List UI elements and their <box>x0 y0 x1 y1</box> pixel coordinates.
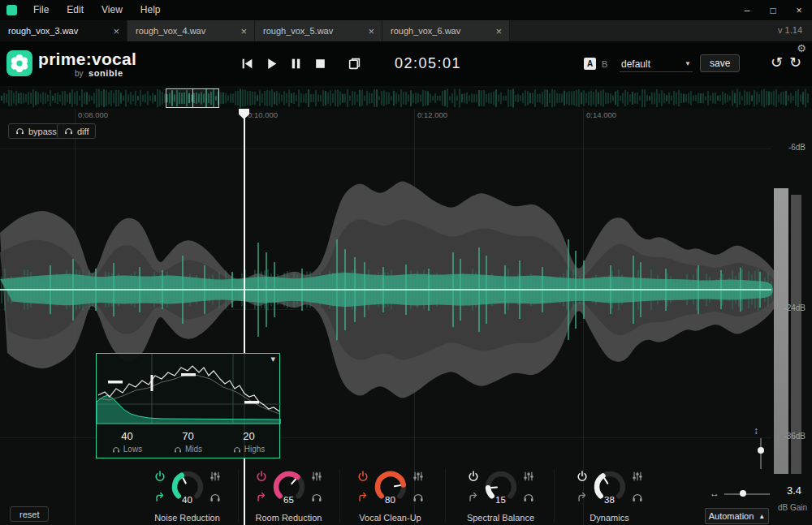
ruler-label: 0:08.000 <box>78 110 108 119</box>
stop-button[interactable] <box>313 57 327 71</box>
sidechain-arrow-icon[interactable] <box>468 492 479 503</box>
paste-settings-icon[interactable] <box>348 57 361 71</box>
sidechain-arrow-icon[interactable] <box>256 492 267 503</box>
module-room-reduction: 65 Room Reduction <box>238 467 339 525</box>
version-label: v 1.14 <box>778 25 802 35</box>
module-vocal-clean-up: 80 Vocal Clean-Up <box>339 467 441 525</box>
sidechain-arrow-icon[interactable] <box>357 492 369 503</box>
play-button[interactable] <box>265 57 279 71</box>
tab-close-icon[interactable]: × <box>106 25 127 37</box>
overview-dim-right <box>219 88 812 109</box>
eq-reference-curve <box>98 374 279 414</box>
power-icon[interactable] <box>577 471 588 482</box>
close-button[interactable]: × <box>786 0 812 20</box>
eq-band-value: 40 <box>121 430 132 442</box>
eq-panel-collapse-icon[interactable]: ▾ <box>270 354 275 364</box>
power-icon[interactable] <box>256 471 267 482</box>
vertical-zoom-handle[interactable] <box>758 447 764 454</box>
vertical-arrows-icon: ↕ <box>754 425 758 437</box>
maximize-button[interactable]: □ <box>760 0 786 20</box>
bypass-button[interactable]: bypass <box>8 123 64 139</box>
headphones-icon <box>64 127 73 136</box>
menu-view[interactable]: View <box>93 0 132 20</box>
minimize-button[interactable]: – <box>734 0 760 20</box>
knob[interactable]: 80 <box>372 468 409 506</box>
time-display: 02:05:01 <box>395 55 461 72</box>
headphones-icon[interactable] <box>174 445 182 454</box>
main-waveform-display[interactable] <box>0 109 812 525</box>
sonible-logo-icon <box>6 50 32 76</box>
headphones-icon[interactable] <box>311 492 322 503</box>
eq-highs-handle[interactable] <box>244 401 259 404</box>
ab-state-b-button[interactable]: B <box>602 59 607 69</box>
module-name: Noise Reduction <box>136 513 238 523</box>
knob[interactable]: 38 <box>591 468 628 506</box>
tab-close-icon[interactable]: × <box>361 25 382 37</box>
module-name: Dynamics <box>559 513 660 523</box>
diff-button[interactable]: diff <box>57 123 96 139</box>
tab-label: rough_vox_3.wav <box>0 26 106 36</box>
headphones-icon[interactable] <box>632 492 643 503</box>
vertical-zoom-track <box>760 438 762 469</box>
eq-spectrum-display[interactable] <box>97 354 281 425</box>
settings-sliders-icon[interactable] <box>311 471 322 482</box>
horizontal-zoom-handle[interactable] <box>740 490 746 497</box>
horizontal-arrows-icon: ↔ <box>710 488 719 499</box>
eq-band-value: 20 <box>243 430 254 442</box>
eq-crossover-handle[interactable] <box>151 375 153 391</box>
overview-selection[interactable] <box>166 88 219 108</box>
undo-icon[interactable]: ↺ <box>771 54 783 71</box>
header-toolbar: prime:vocal by sonible 02:05:01 A B defa… <box>0 41 812 86</box>
tab-rough-vox-3[interactable]: rough_vox_3.wav × <box>0 20 127 41</box>
sidechain-arrow-icon[interactable] <box>577 492 588 503</box>
tab-close-icon[interactable]: × <box>488 25 509 37</box>
menu-file[interactable]: File <box>24 0 58 20</box>
brand-name: prime:vocal <box>38 49 136 69</box>
pause-button[interactable] <box>289 57 303 71</box>
preset-value: default <box>621 58 650 70</box>
settings-sliders-icon[interactable] <box>523 471 534 482</box>
settings-sliders-icon[interactable] <box>632 471 643 482</box>
knob[interactable]: 65 <box>270 468 308 506</box>
power-icon[interactable] <box>154 471 166 482</box>
module-spectral-balance: 15 Spectral Balance <box>450 467 551 525</box>
headphones-icon[interactable] <box>112 445 120 454</box>
eq-band-lows[interactable]: 40 Lows <box>97 430 158 454</box>
automation-label: Automation <box>709 511 754 521</box>
tab-bar: rough_vox_3.wav × rough_vox_4.wav × roug… <box>0 20 812 41</box>
eq-mids-handle[interactable] <box>181 373 196 377</box>
app-window: File Edit View Help – □ × rough_vox_3.wa… <box>0 0 812 525</box>
knob[interactable]: 15 <box>482 468 520 506</box>
automation-button[interactable]: Automation ▲ <box>705 508 769 524</box>
settings-sliders-icon[interactable] <box>209 471 221 482</box>
module-name: Spectral Balance <box>450 513 551 523</box>
tab-rough-vox-5[interactable]: rough_vox_5.wav × <box>255 20 382 41</box>
knob[interactable]: 40 <box>169 468 206 506</box>
tab-rough-vox-4[interactable]: rough_vox_4.wav × <box>127 20 255 41</box>
tab-close-icon[interactable]: × <box>233 25 254 37</box>
brand-company: sonible <box>89 68 123 78</box>
tab-rough-vox-6[interactable]: rough_vox_6.wav × <box>382 20 510 41</box>
preset-dropdown[interactable]: default ▼ <box>620 56 693 72</box>
bypass-label: bypass <box>28 127 57 136</box>
headphones-icon[interactable] <box>412 492 424 503</box>
ab-state-a-button[interactable]: A <box>584 58 596 70</box>
sidechain-arrow-icon[interactable] <box>154 492 166 503</box>
menu-help[interactable]: Help <box>132 0 170 20</box>
save-button[interactable]: save <box>700 54 740 72</box>
eq-spectrum-curve <box>98 366 279 411</box>
eq-band-highs[interactable]: 20 Highs <box>218 430 279 454</box>
headphones-icon[interactable] <box>209 492 221 503</box>
eq-lows-handle[interactable] <box>108 381 123 384</box>
power-icon[interactable] <box>468 471 479 482</box>
headphones-icon[interactable] <box>523 492 534 503</box>
headphones-icon[interactable] <box>233 445 241 454</box>
menu-edit[interactable]: Edit <box>58 0 93 20</box>
eq-band-mids[interactable]: 70 Mids <box>158 430 218 454</box>
settings-sliders-icon[interactable] <box>412 471 424 482</box>
ruler-label: 0:10.000 <box>248 110 278 119</box>
power-icon[interactable] <box>357 471 369 482</box>
skip-to-start-button[interactable] <box>240 57 254 71</box>
gear-icon[interactable]: ⚙ <box>797 42 806 54</box>
redo-icon[interactable]: ↻ <box>789 54 801 71</box>
